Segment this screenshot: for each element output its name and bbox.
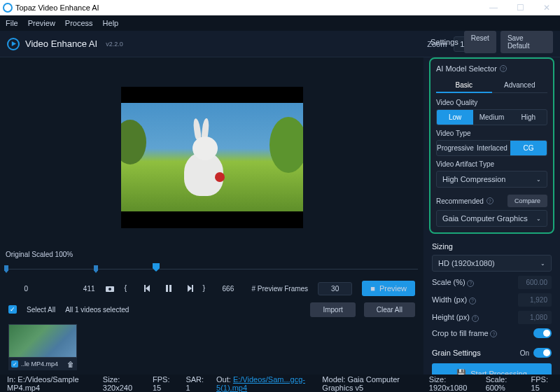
panel-title: AI Model Selector — [436, 64, 497, 73]
sizing-title: Sizing — [432, 242, 552, 251]
type-interlaced[interactable]: Interlaced — [474, 141, 510, 155]
svg-point-1 — [108, 288, 111, 290]
recommended-label: Recommended — [436, 197, 484, 205]
menu-file[interactable]: File — [6, 19, 18, 27]
artifact-type-dropdown[interactable]: High Compression⌄ — [436, 171, 547, 188]
status-scale: Scale: 600% — [486, 375, 520, 392]
window-titlebar: Topaz Video Enhance AI — ☐ ✕ — [0, 0, 560, 15]
video-thumb[interactable]: ✓ ..le MP4.mp4 🗑 — [8, 324, 77, 370]
video-frame[interactable] — [121, 87, 303, 228]
help-icon[interactable]: ? — [490, 330, 497, 337]
select-all-label: Select All — [27, 306, 55, 314]
grain-toggle[interactable] — [533, 348, 552, 358]
svg-rect-5 — [192, 285, 193, 292]
type-progressive[interactable]: Progressive — [437, 141, 474, 155]
reset-button[interactable]: Reset — [464, 31, 496, 53]
frame-end: 666 — [223, 285, 242, 293]
logo-icon — [7, 38, 20, 50]
video-quality-label: Video Quality — [436, 99, 547, 106]
grain-settings-row: Grain Settings On — [424, 346, 560, 359]
window-title: Topaz Video Enhance AI — [15, 4, 99, 12]
prev-frame-icon[interactable] — [144, 284, 154, 293]
menu-help[interactable]: Help — [103, 19, 119, 27]
svg-rect-3 — [166, 285, 168, 292]
width-value[interactable]: 1,920 — [518, 293, 552, 307]
status-size2: Size: 1920x1080 — [429, 375, 475, 392]
preview-area — [0, 57, 424, 248]
status-in: E:/Videos/Sample MP4.mp4 — [7, 375, 79, 392]
playhead[interactable] — [153, 263, 160, 272]
recommended-dropdown[interactable]: Gaia Computer Graphics⌄ — [436, 210, 547, 227]
preview-frames-value[interactable]: 30 — [318, 282, 352, 295]
status-fps: FPS: 15 — [153, 375, 174, 392]
menu-process[interactable]: Process — [65, 19, 93, 27]
close-button[interactable]: ✕ — [536, 0, 557, 15]
scale-value[interactable]: 600.00 — [518, 276, 552, 289]
frame-start: 0 — [8, 285, 28, 293]
grain-title: Grain Settings — [432, 349, 481, 357]
compare-button[interactable]: Compare — [507, 195, 547, 207]
frame-current: 411 — [76, 285, 95, 293]
type-cg[interactable]: CG — [510, 141, 547, 155]
scaled-label: Original Scaled 100% — [0, 248, 424, 261]
status-fps2: FPS: 15 — [531, 375, 553, 392]
camera-icon[interactable] — [105, 284, 115, 293]
mark-in-icon[interactable]: { — [125, 284, 134, 293]
help-icon[interactable]: ? — [469, 298, 476, 304]
sizing-preset-dropdown[interactable]: HD (1920x1080)⌄ — [432, 255, 552, 272]
pause-icon[interactable] — [164, 284, 174, 293]
chevron-down-icon: ⌄ — [540, 260, 545, 267]
svg-rect-4 — [169, 285, 172, 292]
status-sar: SAR: 1 — [186, 375, 205, 392]
video-quality-selector: Low Medium High — [436, 109, 547, 125]
status-size: Size: 320x240 — [103, 375, 141, 392]
minimize-button[interactable]: — — [483, 0, 504, 15]
selection-row: ✓ Select All All 1 videos selected Impor… — [0, 299, 424, 320]
preview-button[interactable]: ■Preview — [362, 281, 415, 296]
timeline[interactable] — [0, 261, 424, 278]
chevron-down-icon: ⌄ — [536, 216, 541, 222]
crop-toggle[interactable] — [533, 328, 552, 338]
thumb-checkbox[interactable]: ✓ — [11, 360, 18, 368]
mark-out-icon[interactable]: } — [203, 284, 213, 293]
help-icon[interactable]: ? — [500, 65, 507, 72]
select-all-checkbox[interactable]: ✓ — [8, 305, 17, 314]
quality-medium[interactable]: Medium — [473, 110, 510, 125]
tab-advanced[interactable]: Advanced — [492, 78, 548, 93]
svg-rect-2 — [144, 285, 146, 292]
artifact-type-label: Video Artifact Type — [436, 160, 547, 168]
help-icon[interactable]: ? — [472, 315, 479, 322]
height-value[interactable]: 1,080 — [518, 311, 552, 324]
video-type-label: Video Type — [436, 130, 547, 137]
in-out-range[interactable] — [6, 267, 97, 272]
next-frame-icon[interactable] — [183, 284, 193, 293]
video-thumbnails: ✓ ..le MP4.mp4 🗑 — [0, 320, 424, 374]
ai-model-selector-panel: AI Model Selector? Basic Advanced Video … — [429, 57, 554, 234]
app-icon — [3, 3, 13, 13]
app-title: Video Enhance AI — [25, 38, 97, 49]
status-model: Model: Gaia Computer Graphics v5 — [322, 375, 417, 392]
clear-all-button[interactable]: Clear All — [364, 302, 415, 317]
app-version: v2.2.0 — [106, 41, 123, 48]
maximize-button[interactable]: ☐ — [510, 0, 531, 15]
thumb-filename: ..le MP4.mp4 — [21, 360, 58, 368]
trash-icon[interactable]: 🗑 — [67, 360, 74, 368]
preview-frames-label: # Preview Frames — [252, 285, 309, 293]
help-icon[interactable]: ? — [486, 197, 493, 204]
video-icon: ■ — [370, 284, 375, 293]
save-default-button[interactable]: Save Default — [500, 31, 553, 53]
import-button[interactable]: Import — [310, 302, 355, 317]
quality-low[interactable]: Low — [437, 110, 473, 125]
chevron-down-icon: ⌄ — [536, 176, 541, 183]
help-icon[interactable]: ? — [467, 280, 474, 287]
tab-basic[interactable]: Basic — [436, 78, 492, 93]
playback-controls: 0 411 { } 666 # Preview Frames 30 ■Previ… — [0, 278, 424, 299]
settings-label: Settings — [430, 38, 458, 46]
menu-preview[interactable]: Preview — [28, 19, 55, 27]
selection-count: All 1 videos selected — [65, 306, 129, 314]
video-type-selector: Progressive Interlaced CG — [436, 140, 547, 156]
status-bar: In: E:/Videos/Sample MP4.mp4 Size: 320x2… — [0, 374, 560, 392]
quality-high[interactable]: High — [510, 110, 547, 125]
sizing-section: Sizing HD (1920x1080)⌄ Scale (%) ?600.00… — [424, 238, 560, 346]
menu-bar: File Preview Process Help — [0, 15, 560, 31]
